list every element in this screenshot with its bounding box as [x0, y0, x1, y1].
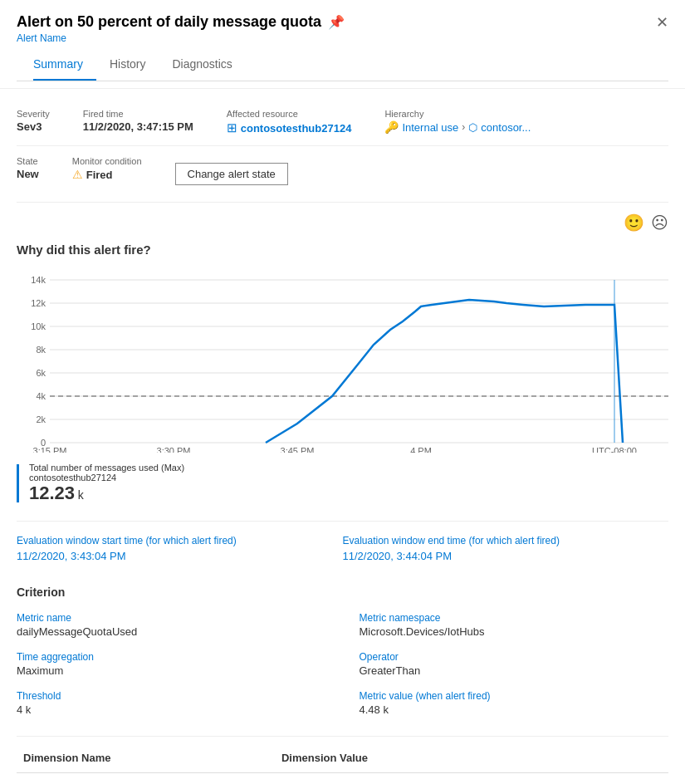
monitor-condition-row: ⚠ Fired	[72, 168, 142, 181]
meta-row-1: Severity Sev3 Fired time 11/2/2020, 3:47…	[17, 102, 668, 146]
panel-title-row: Alert on 50 percent of daily message quo…	[17, 13, 345, 31]
criterion-section: Criterion Metric name dailyMessageQuotaU…	[17, 586, 668, 716]
meta-row-2: State New Monitor condition ⚠ Fired Chan…	[17, 146, 668, 195]
hierarchy-item: Hierarchy 🔑 Internal use › ⬡ contosor...	[384, 109, 531, 135]
tab-diagnostics[interactable]: Diagnostics	[172, 51, 245, 81]
dimension-name-cell: ResourceId	[17, 773, 275, 785]
legend-sub-label: contosotesthub27124	[29, 473, 184, 483]
dimension-section: Dimension Name Dimension Value ResourceI…	[17, 736, 668, 784]
metric-name-label: Metric name	[17, 612, 326, 624]
dimension-value-cell: /SUBSCRIPTIONS/74	[275, 773, 580, 785]
metric-name-value: dailyMessageQuotaUsed	[17, 625, 326, 638]
legend-unit: k	[78, 488, 84, 502]
close-button[interactable]: ✕	[656, 13, 668, 32]
tab-history[interactable]: History	[110, 51, 159, 81]
svg-text:3:45 PM: 3:45 PM	[281, 446, 315, 453]
time-aggregation-item: Time aggregation Maximum	[17, 651, 326, 677]
dimension-table-header-row: Dimension Name Dimension Value	[17, 743, 668, 773]
legend-bar	[17, 464, 19, 502]
legend-value-row: 12.23 k	[29, 483, 184, 504]
fired-time-item: Fired time 11/2/2020, 3:47:15 PM	[83, 109, 193, 135]
svg-text:4 PM: 4 PM	[410, 446, 432, 453]
time-aggregation-label: Time aggregation	[17, 651, 326, 663]
svg-text:14k: 14k	[31, 275, 46, 285]
eval-start-item: Evaluation window start time (for which …	[17, 535, 343, 562]
criterion-title: Criterion	[17, 586, 668, 599]
metric-value-label: Metric value (when alert fired)	[360, 690, 669, 702]
svg-text:4k: 4k	[36, 391, 46, 401]
legend-row: Total number of messages used (Max) cont…	[17, 463, 668, 504]
metric-value-value: 4.48 k	[360, 703, 669, 716]
dimension-extra-header	[580, 743, 668, 773]
panel-title: Alert on 50 percent of daily message quo…	[17, 13, 321, 31]
legend-text-block: Total number of messages used (Max) cont…	[29, 463, 184, 504]
chart-section-title: Why did this alert fire?	[17, 243, 668, 257]
thumbs-up-icon[interactable]: 🙂	[624, 213, 644, 233]
monitor-condition-label: Monitor condition	[72, 156, 142, 166]
tab-bar: Summary History Diagnostics	[17, 51, 668, 81]
thumbs-down-icon[interactable]: ☹	[651, 213, 668, 233]
time-aggregation-value: Maximum	[17, 664, 326, 677]
hierarchy-label: Hierarchy	[384, 109, 531, 119]
svg-text:3:30 PM: 3:30 PM	[157, 446, 191, 453]
hierarchy-next-icon: ⬡	[468, 121, 477, 134]
eval-end-value: 11/2/2020, 3:44:04 PM	[343, 550, 669, 562]
chart-legend: Total number of messages used (Max) cont…	[17, 459, 668, 507]
change-alert-state-button[interactable]: Change alert state	[175, 163, 288, 185]
legend-main-label: Total number of messages used (Max)	[29, 463, 184, 473]
eval-end-label: Evaluation window end time (for which al…	[343, 535, 669, 546]
pin-icon[interactable]: 📌	[328, 14, 345, 30]
main-content: Severity Sev3 Fired time 11/2/2020, 3:47…	[0, 89, 685, 784]
eval-start-label: Evaluation window start time (for which …	[17, 535, 343, 546]
monitor-condition-item: Monitor condition ⚠ Fired	[72, 156, 142, 185]
evaluation-row: Evaluation window start time (for which …	[17, 521, 668, 569]
fired-time-label: Fired time	[83, 109, 193, 119]
svg-text:2k: 2k	[36, 414, 46, 424]
threshold-item: Threshold 4 k	[17, 690, 326, 716]
dimension-value-header: Dimension Value	[275, 743, 580, 773]
operator-item: Operator GreaterThan	[360, 651, 669, 677]
tab-summary[interactable]: Summary	[33, 51, 96, 81]
monitor-condition-value: Fired	[86, 169, 113, 181]
metric-namespace-value: Microsoft.Devices/IotHubs	[360, 625, 669, 638]
affected-resource-label: Affected resource	[227, 109, 352, 119]
eval-end-item: Evaluation window end time (for which al…	[343, 535, 669, 562]
hierarchy-value[interactable]: Internal use	[402, 121, 458, 134]
svg-text:6k: 6k	[36, 368, 46, 378]
affected-resource-value: contosotesthub27124	[241, 122, 352, 135]
legend-value: 12.23	[29, 483, 75, 503]
svg-text:3:15 PM: 3:15 PM	[33, 446, 67, 453]
chevron-icon: ›	[462, 121, 465, 133]
resource-icon: ⊞	[227, 120, 237, 135]
state-item: State New	[17, 156, 39, 185]
metric-namespace-item: Metric namespace Microsoft.Devices/IotHu…	[360, 612, 669, 638]
warning-icon: ⚠	[72, 168, 83, 181]
svg-text:UTC-08:00: UTC-08:00	[592, 446, 637, 453]
operator-value: GreaterThan	[360, 664, 669, 677]
panel-subtitle: Alert Name	[17, 32, 345, 44]
hierarchy-key-icon: 🔑	[384, 120, 399, 134]
metric-namespace-label: Metric namespace	[360, 612, 669, 624]
hierarchy-next[interactable]: contosor...	[481, 121, 531, 134]
severity-label: Severity	[17, 109, 50, 119]
affected-resource-row: ⊞ contosotesthub27124	[227, 120, 352, 135]
alert-chart: 14k 12k 10k 8k 6k 4k 2k 0 3:15 PM 3:30 P…	[17, 270, 668, 453]
hierarchy-row: 🔑 Internal use › ⬡ contosor...	[384, 120, 531, 134]
threshold-value: 4 k	[17, 703, 326, 716]
table-row: ResourceId /SUBSCRIPTIONS/74 41...	[17, 773, 668, 785]
dimension-name-header: Dimension Name	[17, 743, 275, 773]
metric-value-item: Metric value (when alert fired) 4.48 k	[360, 690, 669, 716]
operator-label: Operator	[360, 651, 669, 663]
criterion-grid: Metric name dailyMessageQuotaUsed Metric…	[17, 612, 668, 716]
fired-time-value: 11/2/2020, 3:47:15 PM	[83, 120, 193, 133]
state-value: New	[17, 168, 39, 180]
alert-panel: Alert on 50 percent of daily message quo…	[0, 0, 685, 784]
svg-text:10k: 10k	[31, 321, 46, 331]
divider-1	[17, 202, 668, 203]
chart-area: 14k 12k 10k 8k 6k 4k 2k 0 3:15 PM 3:30 P…	[17, 270, 668, 453]
eval-start-value: 11/2/2020, 3:43:04 PM	[17, 550, 343, 562]
severity-value: Sev3	[17, 120, 50, 133]
dimension-table: Dimension Name Dimension Value ResourceI…	[17, 743, 668, 784]
severity-item: Severity Sev3	[17, 109, 50, 135]
feedback-row: 🙂 ☹	[17, 209, 668, 239]
